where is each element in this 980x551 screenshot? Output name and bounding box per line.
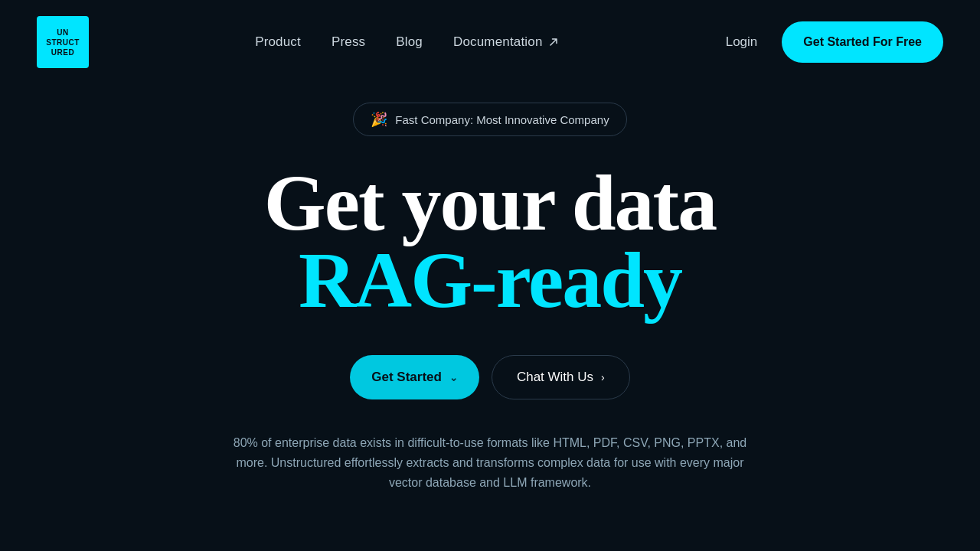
nav-item-press[interactable]: Press	[332, 34, 365, 49]
navbar: UNSTRUCTURED Product Press Blog Document…	[0, 0, 980, 84]
logo-text: UNSTRUCTURED	[46, 28, 80, 57]
badge-emoji: 🎉	[371, 111, 387, 128]
nav-right: Login Get Started For Free	[726, 21, 943, 63]
hero-buttons: Get Started ⌄ Chat With Us ›	[350, 355, 629, 399]
hero-title-line1: Get your data	[264, 161, 716, 244]
nav-item-documentation[interactable]: Documentation	[453, 34, 560, 50]
hero-chat-button[interactable]: Chat With Us ›	[492, 355, 630, 399]
nav-item-product[interactable]: Product	[255, 34, 301, 49]
nav-item-blog[interactable]: Blog	[396, 34, 423, 49]
external-link-icon	[547, 36, 560, 48]
hero-get-started-button[interactable]: Get Started ⌄	[350, 355, 479, 399]
logo[interactable]: UNSTRUCTURED	[37, 16, 89, 68]
hero-title-line2: RAG-ready	[264, 238, 716, 321]
badge-text: Fast Company: Most Innovative Company	[395, 113, 609, 126]
chevron-down-icon: ⌄	[449, 372, 458, 383]
badge[interactable]: 🎉 Fast Company: Most Innovative Company	[353, 103, 626, 136]
hero-section: 🎉 Fast Company: Most Innovative Company …	[0, 84, 980, 492]
get-started-button[interactable]: Get Started For Free	[782, 21, 943, 63]
arrow-right-icon: ›	[601, 371, 605, 383]
hero-title: Get your data RAG-ready	[264, 161, 716, 321]
nav-links: Product Press Blog Documentation	[255, 34, 559, 50]
hero-description: 80% of enterprise data exists in difficu…	[214, 433, 766, 492]
login-link[interactable]: Login	[726, 34, 758, 50]
